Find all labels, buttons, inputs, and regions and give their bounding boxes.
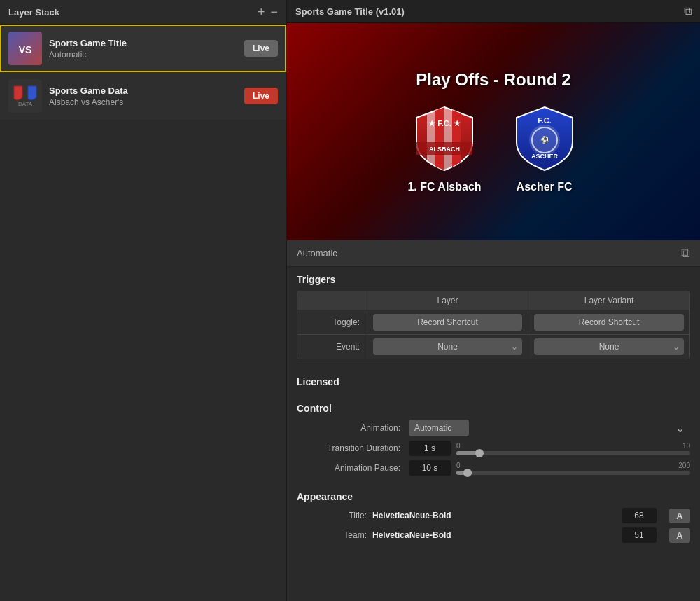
triggers-layer-header: Layer <box>368 291 528 310</box>
svg-text:DATA: DATA <box>18 101 33 107</box>
appearance-grid: Title: HelveticaNeue-Bold A Team: Helvet… <box>297 508 690 543</box>
layer-name-2: Sports Game Data <box>49 85 237 96</box>
triggers-title: Triggers <box>297 274 690 285</box>
animation-pause-input[interactable] <box>409 460 451 476</box>
transition-slider-track[interactable] <box>456 451 690 455</box>
animation-pause-value-cell: 0 200 <box>409 460 690 476</box>
preview-teams: ★ F.C. ★ ALSBACH 1. FC Alsbach <box>407 104 579 193</box>
toggle-label: Toggle: <box>298 310 368 335</box>
layer-stack-title: Layer Stack <box>8 7 59 18</box>
svg-text:ASCHER: ASCHER <box>531 153 559 160</box>
preview-team-2: F.C. ⚽ ASCHER Ascher FC <box>510 104 580 193</box>
preview-title: Play Offs - Round 2 <box>416 70 570 90</box>
automatic-bar: Automatic ⧉ <box>287 240 700 267</box>
team1-crest-icon: ★ F.C. ★ ALSBACH <box>410 104 479 174</box>
svg-text:VS: VS <box>19 44 32 55</box>
layer-icon-shield: DATA <box>8 79 42 113</box>
animation-select-wrapper: Automatic Manual None ⌄ <box>409 420 690 436</box>
animation-pause-max-label: 200 <box>678 462 690 469</box>
team2-crest-icon: F.C. ⚽ ASCHER <box>510 104 580 174</box>
transition-slider: 0 10 <box>456 442 690 455</box>
title-size-input[interactable] <box>622 508 657 523</box>
animation-value-cell: Automatic Manual None ⌄ <box>409 420 690 436</box>
event-label: Event: <box>298 335 368 359</box>
transition-label: Transition Duration: <box>297 441 409 456</box>
preview-area: Play Offs - Round 2 <box>287 23 700 240</box>
appearance-title: Appearance <box>297 491 690 502</box>
transition-min-label: 0 <box>456 442 461 450</box>
triggers-empty-header <box>298 291 368 310</box>
animation-pause-slider-track[interactable] <box>456 471 690 475</box>
animation-pause-slider-thumb[interactable] <box>463 469 472 477</box>
svg-text:⚽: ⚽ <box>540 135 550 144</box>
svg-rect-5 <box>435 104 444 174</box>
svg-rect-4 <box>427 104 435 174</box>
layer-info-data: Sports Game Data Alsbach vs Ascher's <box>49 85 237 107</box>
svg-text:F.C.: F.C. <box>538 116 552 125</box>
title-appearance-label: Title: <box>297 511 367 520</box>
toggle-record-shortcut-2: Record Shortcut <box>528 310 690 335</box>
layer-subtitle-2: Alsbach vs Ascher's <box>49 97 237 107</box>
layer-item-sports-game-data[interactable]: DATA Sports Game Data Alsbach vs Ascher'… <box>0 72 286 120</box>
preview-team-1: ★ F.C. ★ ALSBACH 1. FC Alsbach <box>407 104 481 193</box>
record-shortcut-button-1[interactable]: Record Shortcut <box>373 314 522 331</box>
title-font: HelveticaNeue-Bold <box>372 511 616 520</box>
automatic-label: Automatic <box>297 248 337 258</box>
licensed-section: Licensed <box>287 369 700 396</box>
licensed-title: Licensed <box>297 376 690 387</box>
svg-text:ALSBACH: ALSBACH <box>429 146 460 153</box>
header-actions: + − <box>258 6 278 18</box>
animation-pause-min-label: 0 <box>456 462 461 469</box>
svg-rect-6 <box>444 104 452 174</box>
team1-name: 1. FC Alsbach <box>407 181 481 193</box>
team-size-input[interactable] <box>622 527 657 543</box>
animation-pause-label: Animation Pause: <box>297 460 409 476</box>
live-button-1[interactable]: Live <box>244 40 278 57</box>
triggers-grid: Layer Layer Variant Toggle: Record Short… <box>297 291 690 359</box>
record-shortcut-button-2[interactable]: Record Shortcut <box>534 314 684 331</box>
animation-pause-slider: 0 200 <box>456 462 690 475</box>
triggers-variant-header: Layer Variant <box>528 291 690 310</box>
event-select-1-wrapper: None On Air Off Air <box>373 338 522 355</box>
live-button-2[interactable]: Live <box>244 88 278 104</box>
remove-layer-button[interactable]: − <box>270 6 278 18</box>
transition-slider-thumb[interactable] <box>475 449 484 457</box>
event-select-1[interactable]: None On Air Off Air <box>373 338 522 355</box>
right-header: Sports Game Title (v1.01) ⧉ <box>287 0 700 23</box>
add-layer-button[interactable]: + <box>258 6 265 18</box>
layer-icon-vs: VS <box>8 32 42 65</box>
transition-input[interactable] <box>409 441 451 456</box>
svg-text:★ F.C. ★: ★ F.C. ★ <box>428 119 461 127</box>
left-panel: Layer Stack + − VS Sports Game Title Aut… <box>0 0 287 601</box>
team-appearance-label: Team: <box>297 530 367 540</box>
layer-name-1: Sports Game Title <box>49 38 237 48</box>
transition-value-cell: 0 10 <box>409 441 690 456</box>
event-select-2[interactable]: None On Air Off Air <box>534 338 684 355</box>
right-panel: Sports Game Title (v1.01) ⧉ Play Offs - … <box>287 0 700 601</box>
svg-rect-2 <box>8 79 42 113</box>
layer-item-sports-game-title[interactable]: VS Sports Game Title Automatic Live <box>0 25 286 72</box>
animation-select[interactable]: Automatic Manual None <box>409 420 469 436</box>
appearance-section: Appearance Title: HelveticaNeue-Bold A T… <box>287 484 700 546</box>
title-a-button[interactable]: A <box>669 509 690 523</box>
toggle-record-shortcut-1: Record Shortcut <box>368 310 528 335</box>
window-expand-button[interactable]: ⧉ <box>684 5 692 18</box>
layer-info-title: Sports Game Title Automatic <box>49 38 237 60</box>
team-font: HelveticaNeue-Bold <box>372 530 616 540</box>
transition-max-label: 10 <box>682 442 690 450</box>
team-a-button[interactable]: A <box>669 528 690 543</box>
animation-label: Animation: <box>297 420 409 436</box>
control-title: Control <box>297 403 690 414</box>
layer-subtitle-1: Automatic <box>49 50 237 60</box>
right-panel-title: Sports Game Title (v1.01) <box>295 6 405 17</box>
left-header: Layer Stack + − <box>0 0 286 25</box>
triggers-section: Triggers Layer Layer Variant Toggle: Rec… <box>287 267 700 369</box>
animation-pause-slider-labels: 0 200 <box>456 462 690 469</box>
team2-name: Ascher FC <box>517 181 573 193</box>
control-section: Control Animation: Automatic Manual None… <box>287 396 700 484</box>
event-select-2-wrapper: None On Air Off Air <box>534 338 684 355</box>
event-select-2-cell: None On Air Off Air <box>528 335 690 359</box>
copy-icon[interactable]: ⧉ <box>681 246 690 261</box>
control-grid: Animation: Automatic Manual None ⌄ Trans… <box>297 420 690 476</box>
transition-slider-labels: 0 10 <box>456 442 690 450</box>
